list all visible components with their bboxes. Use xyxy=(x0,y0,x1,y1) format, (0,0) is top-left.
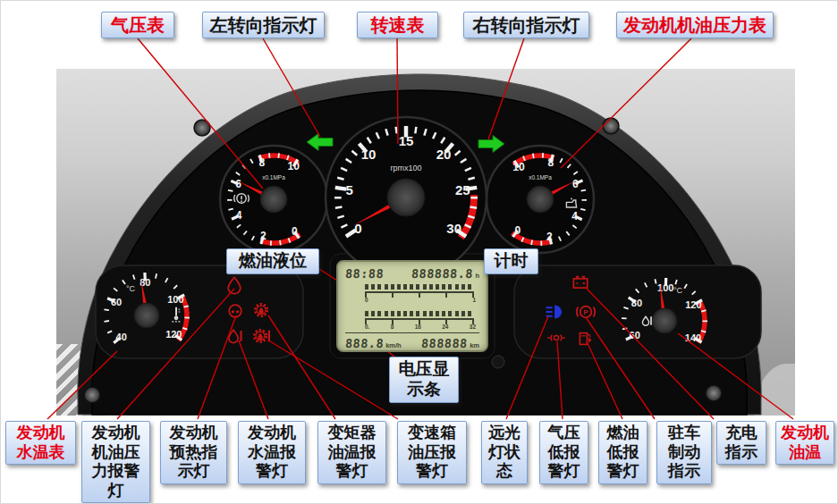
engine-preheat-indicator-label: 发动机预热指示灯 xyxy=(160,421,227,484)
lcd-display: 88:88 888888.8h 0 1 0. 8 16 24 32 888.8k… xyxy=(336,260,488,352)
torque-converter-oil-temp-warning-label: 变矩器油温报警灯 xyxy=(317,421,386,484)
voltage-bar-scale: 0. 8 16 24 32 xyxy=(365,324,476,331)
engine-oil-pressure-warning-label: 发动机机油压力报警灯 xyxy=(81,421,150,503)
tachometer-label: 转速表 xyxy=(357,12,438,38)
lcd-fuel-bar: 0 1 xyxy=(365,284,476,304)
hour-meter-label: 计时 xyxy=(484,248,538,274)
lcd-top-row: 88:88 888888.8h xyxy=(345,265,479,281)
fuel-level-label: 燃油液位 xyxy=(226,248,319,274)
engine-oil-pressure-gauge-label: 发动机机油压力表 xyxy=(616,12,774,38)
hatch-texture xyxy=(56,344,139,416)
fuel-low-warning-label: 燃油低报警灯 xyxy=(598,421,648,484)
engine-oil-temp-label: 发动机油温 xyxy=(775,421,834,465)
lcd-hour-meter: 888888.8h xyxy=(411,265,479,281)
lcd-speed: 888.8km/h xyxy=(345,335,402,351)
lcd-bottom-row: 888.8km/h 888888km xyxy=(345,332,479,351)
fuel-bar-blocks xyxy=(365,284,474,290)
air-pressure-low-warning-label: 气压低报警灯 xyxy=(539,421,588,484)
lcd-odometer: 888888km xyxy=(421,335,479,351)
left-turn-indicator-label: 左转向指示灯 xyxy=(202,12,325,38)
right-turn-indicator-label: 右转向指示灯 xyxy=(463,12,589,38)
fuel-bar-scale: 0 1 xyxy=(365,298,476,304)
engine-water-temp-gauge-label: 发动机水温表 xyxy=(5,421,76,465)
instrument-cluster-diagram: 0246810x0.1MPa0246810x0.1MPa051015202530… xyxy=(0,0,838,504)
fuel-bar-axis xyxy=(365,291,474,298)
voltage-bar-blocks xyxy=(365,311,474,316)
voltage-bar-label: 电压显示条 xyxy=(389,357,459,403)
air-pressure-gauge-label: 气压表 xyxy=(101,12,174,38)
light-corner xyxy=(754,364,795,416)
engine-water-temp-warning-label: 发动机水温报警灯 xyxy=(238,421,306,484)
transmission-oil-pressure-warning-label: 变速箱油压报警灯 xyxy=(397,421,467,484)
lcd-clock: 88:88 xyxy=(344,266,384,281)
charge-indicator-label: 充电指示 xyxy=(716,421,766,465)
parking-brake-indicator-label: 驻车制动指示 xyxy=(656,421,712,484)
lcd-voltage-bar: 0. 8 16 24 32 xyxy=(365,311,476,331)
high-beam-status-label: 远光灯状态 xyxy=(481,421,528,484)
